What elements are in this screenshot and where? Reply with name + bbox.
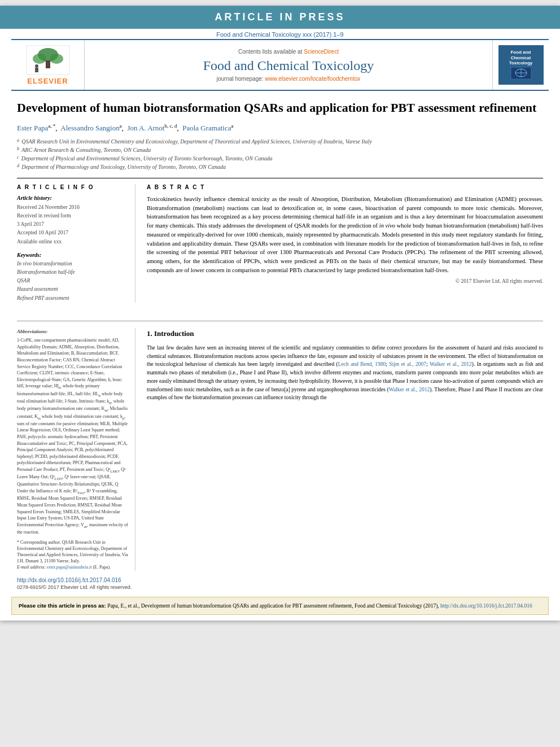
journal-title-header: Food and Chemical Toxicology xyxy=(203,58,374,73)
intro-text: The last few decades have seen an increa… xyxy=(147,344,543,402)
intro-section-number: 1. xyxy=(147,329,152,338)
affil-3-text: Department of Physical and Environmental… xyxy=(21,154,273,163)
ref-walker[interactable]: Walker et al., 2012 xyxy=(430,361,472,367)
journal-header-center: Contents lists available at ScienceDirec… xyxy=(85,40,492,90)
keywords-label: Keywords: xyxy=(17,252,128,258)
sciencedirect-link[interactable]: ScienceDirect xyxy=(304,49,339,55)
affil-1-text: QSAR Research Unit in Environmental Chem… xyxy=(21,137,372,146)
journal-logo-box: Food andChemicalToxicology xyxy=(498,45,544,85)
keyword-2: Biotransformation half-life xyxy=(17,268,128,277)
email-note: (E. Papa). xyxy=(93,565,111,570)
affil-4-text: Department of Pharmacology and Toxicolog… xyxy=(21,163,226,171)
aip-banner: ARTICLE IN PRESS xyxy=(0,6,560,29)
svg-rect-6 xyxy=(35,68,38,72)
journal-logo-title: Food andChemicalToxicology xyxy=(509,50,533,66)
corresponding-author-note: * Corresponding author. QSAR Research Un… xyxy=(17,539,128,571)
copyright-line: © 2017 Elsevier Ltd. All rights reserved… xyxy=(147,278,543,284)
introduction-column: 1. Introduction The last few decades hav… xyxy=(147,328,543,571)
affil-1: a QSAR Research Unit in Environmental Ch… xyxy=(17,137,543,146)
received-revised-label: Received in revised form xyxy=(17,212,128,220)
aip-banner-text: ARTICLE IN PRESS xyxy=(215,11,345,23)
affil-1-sup: a xyxy=(17,137,19,146)
keyword-3: QSAR xyxy=(17,277,128,285)
elsevier-logo-area: ELSEVIER xyxy=(11,40,85,90)
main-content: Development of human biotransformation Q… xyxy=(0,91,560,314)
email-link[interactable]: ester.papa@uninsubria.it xyxy=(47,565,91,570)
affiliations: a QSAR Research Unit in Environmental Ch… xyxy=(17,137,543,171)
svg-rect-4 xyxy=(46,60,50,68)
journal-logo-icon xyxy=(510,66,532,80)
footnote-area: Abbreviations: 1-CoPK, one-compartment p… xyxy=(0,328,560,571)
article-info-column: A R T I C L E I N F O Article history: R… xyxy=(17,184,135,303)
homepage-label: journal homepage: xyxy=(217,76,264,82)
contents-label: Contents lists available at xyxy=(238,49,302,55)
separator xyxy=(17,321,543,321)
affil-4-sup: d xyxy=(17,163,19,171)
intro-heading-text: Introduction xyxy=(154,329,194,338)
affil-4: d Department of Pharmacology and Toxicol… xyxy=(17,163,543,171)
affil-3: c Department of Physical and Environment… xyxy=(17,154,543,163)
journal-header: ELSEVIER Contents lists available at Sci… xyxy=(11,39,549,91)
elsevier-wordmark: ELSEVIER xyxy=(27,77,68,85)
citation-bar: Please cite this article in press as: Pa… xyxy=(11,597,549,615)
received-date: Received 24 November 2016 xyxy=(17,203,128,212)
doi-footer: http://dx.doi.org/10.1016/j.fct.2017.04.… xyxy=(0,571,560,592)
ref-walker2[interactable]: Walker et al., 2012 xyxy=(389,387,430,392)
revised-date: 3 April 2017 xyxy=(17,220,128,229)
journal-homepage-line: journal homepage: www.elsevier.com/locat… xyxy=(217,76,361,82)
author-3[interactable]: Jon A. Arnot xyxy=(127,124,164,132)
author-4[interactable]: Paola Gramatica xyxy=(182,124,231,132)
affil-2-sup: b xyxy=(17,146,19,154)
article-history-label: Article history: xyxy=(17,195,128,201)
article-title: Development of human biotransformation Q… xyxy=(17,100,543,116)
svg-point-3 xyxy=(50,54,63,64)
elsevier-tree-icon xyxy=(25,45,71,76)
contents-line: Contents lists available at ScienceDirec… xyxy=(238,49,339,55)
elsevier-logo: ELSEVIER xyxy=(25,45,71,85)
citation-text: Papa, E., et al., Development of human b… xyxy=(107,603,440,609)
ref-sijm[interactable]: Sijm et al., 2007 xyxy=(389,361,426,367)
affil-2: b ARC Arnot Research & Consulting, Toron… xyxy=(17,146,543,154)
author-1[interactable]: Ester Papa xyxy=(17,124,48,132)
svg-point-2 xyxy=(33,54,46,64)
authors-line: Ester Papaa, *, Alessandro Sangiona, Jon… xyxy=(17,123,543,133)
author-2[interactable]: Alessandro Sangion xyxy=(60,124,119,132)
doi-link[interactable]: http://dx.doi.org/10.1016/j.fct.2017.04.… xyxy=(17,577,121,583)
author-2-sup: a xyxy=(120,123,122,129)
abstract-heading: A B S T R A C T xyxy=(147,184,543,190)
abstract-column: A B S T R A C T Toxicokinetics heavily i… xyxy=(147,184,543,303)
author-1-sup: a, * xyxy=(48,123,55,129)
affil-3-sup: c xyxy=(17,154,19,163)
author-4-sup: a xyxy=(231,123,234,129)
journal-ref-line: Food and Chemical Toxicology xxx (2017) … xyxy=(0,29,560,39)
available-online: Available online xxx xyxy=(17,238,128,246)
abbreviations-heading: Abbreviations: xyxy=(17,328,128,336)
keyword-5: Refined PBT assessment xyxy=(17,294,128,303)
homepage-link[interactable]: www.elsevier.com/locate/foodchemtox xyxy=(265,76,360,82)
issn-line: 0278-6915/© 2017 Elsevier Ltd. All right… xyxy=(17,584,543,590)
email-label: E-mail address: xyxy=(17,565,46,570)
accepted-date: Accepted 10 April 2017 xyxy=(17,229,128,237)
affil-2-text: ARC Arnot Research & Consulting, Toronto… xyxy=(21,146,151,154)
please-cite-label: Please cite this article in press as: xyxy=(19,602,107,609)
abstract-text: Toxicokinetics heavily influence chemica… xyxy=(147,195,543,275)
keyword-4: Hazard assessment xyxy=(17,285,128,294)
footnote-left: Abbreviations: 1-CoPK, one-compartment p… xyxy=(17,328,135,571)
article-info-heading: A R T I C L E I N F O xyxy=(17,184,128,190)
page: ARTICLE IN PRESS Food and Chemical Toxic… xyxy=(0,6,560,621)
keywords-list: In vivo biotransformation Biotransformat… xyxy=(17,260,128,303)
journal-ref-text: Food and Chemical Toxicology xxx (2017) … xyxy=(216,31,343,38)
intro-heading: 1. Introduction xyxy=(147,328,543,339)
ref-lech[interactable]: Lech and Bend, 1980 xyxy=(338,361,386,367)
svg-point-5 xyxy=(35,64,38,68)
abbreviations-text: 1-CoPK, one-compartment pharmacokinetic … xyxy=(17,337,128,535)
author-3-sup: b, c, d xyxy=(164,123,177,129)
keyword-1: In vivo biotransformation xyxy=(17,260,128,268)
article-info-abstract: A R T I C L E I N F O Article history: R… xyxy=(17,178,543,303)
article-info-dates: Received 24 November 2016 Received in re… xyxy=(17,203,128,246)
citation-doi-link[interactable]: http://dx.doi.org/10.1016/j.fct.2017.04.… xyxy=(440,603,532,609)
journal-logo-right: Food andChemicalToxicology xyxy=(492,40,549,90)
